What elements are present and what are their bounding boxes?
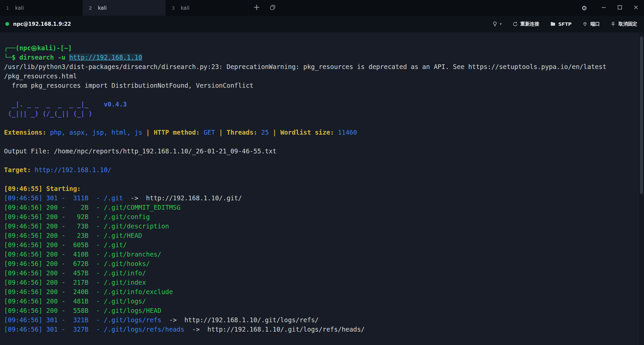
minimize-button[interactable]: [596, 0, 612, 16]
terminal-line: [4, 156, 637, 165]
terminal-line: ┌──(npc㉿kali)-[~]: [4, 43, 637, 53]
terminal-link[interactable]: http://192.168.1.10: [69, 54, 142, 61]
sftp-button[interactable]: SFTP: [550, 21, 572, 27]
terminal-text: GET: [204, 129, 215, 136]
terminal-line: /pkg_resources.html: [4, 71, 637, 81]
terminal-text: |: [215, 129, 226, 136]
terminal-text: [09:46:56] 200 - 410B - /.git/branches/: [4, 251, 161, 258]
terminal-line: Target: http://192.168.1.10/: [4, 165, 637, 175]
terminal-line: Output File: /home/npc/reports/http_192.…: [4, 146, 637, 156]
terminal-line: /usr/lib/python3/dist-packages/dirsearch…: [4, 62, 637, 71]
terminal-line: [09:46:56] 200 - 410B - /.git/branches/: [4, 250, 637, 259]
layers-icon: [270, 4, 276, 12]
terminal-line: Extensions: php, aspx, jsp, html, js | H…: [4, 128, 637, 137]
terminal-line: [09:46:56] 200 - 23B - /.git/HEAD: [4, 231, 637, 240]
terminal-text: [09:46:56] 200 - 23B - /.git/HEAD: [4, 232, 142, 239]
terminal-output: ┌──(npc㉿kali)-[~]└─$ dirsearch -u http:/…: [4, 43, 637, 334]
terminal-window: 1 kali 2 kali 3 kali +: [0, 0, 644, 345]
terminal-text: [09:46:56] 200 - 605B - /.git/: [4, 241, 127, 249]
terminal-text: from pkg_resources import DistributionNo…: [4, 82, 254, 89]
terminal-text: 25: [261, 129, 269, 136]
terminal-text: v0.4.3: [104, 100, 127, 108]
terminal-text: _|. _ _ _ _ _ _|_: [4, 100, 104, 108]
maximize-button[interactable]: [612, 0, 628, 16]
terminal-text: [09:46:56] 200 - 558B - /.git/logs/HEAD: [4, 307, 161, 314]
refresh-icon: [513, 21, 518, 27]
terminal-text: HTTP method:: [154, 129, 204, 136]
sftp-label: SFTP: [558, 21, 572, 27]
terminal-line: [09:46:56] 301 - 327B - /.git/logs/refs/…: [4, 325, 637, 334]
terminal-line: [09:46:56] 200 - 605B - /.git/: [4, 240, 637, 250]
terminal-text: Output File: /home/npc/reports/http_192.…: [4, 147, 276, 155]
folder-icon: [550, 21, 556, 27]
terminal-text: Threads:: [227, 129, 261, 136]
new-tab-button[interactable]: +: [249, 0, 265, 16]
unpin-label: 取消固定: [619, 21, 637, 27]
terminal-text: 11460: [338, 129, 357, 136]
terminal-text: [09:46:56] 200 - 73B - /.git/description: [4, 222, 169, 230]
terminal-line: [4, 175, 637, 184]
close-button[interactable]: [628, 0, 644, 16]
terminal-text: |: [269, 129, 280, 136]
pin-icon: [610, 21, 616, 27]
tab-label: kali: [15, 5, 24, 11]
terminal-text: /pkg_resources.html: [4, 72, 77, 80]
terminal-text: [09:46:56] 200 - 457B - /.git/info/: [4, 269, 146, 277]
terminal-text: http://192.168.1.10/.git/logs/refs/: [184, 316, 319, 324]
terminal-text: [09:46:56] 200 - 481B - /.git/logs/: [4, 297, 146, 305]
terminal-text: http://192.168.1.10/.git/logs/refs/heads…: [207, 326, 365, 333]
terminal-line: [09:46:56] 301 - 321B - /.git/logs/refs …: [4, 315, 637, 325]
terminal-text: [09:46:56] 200 - 2B - /.git/COMMIT_EDITM…: [4, 204, 180, 211]
tab-label: kali: [98, 5, 107, 11]
terminal-text: Extensions:: [4, 129, 50, 136]
reconnect-button[interactable]: 重新连接: [513, 21, 539, 27]
connection-status-dot: [5, 22, 9, 26]
settings-button[interactable]: ⚙: [576, 0, 592, 16]
plus-icon: +: [253, 3, 260, 12]
terminal-line: [09:46:56] 200 - 457B - /.git/info/: [4, 268, 637, 278]
tab-overview-button[interactable]: [265, 0, 281, 16]
connection-host: npc@192.168.1.9:22: [13, 21, 71, 27]
port-button[interactable]: 端口: [582, 21, 600, 27]
terminal-text: http://192.168.1.10/.git/: [146, 194, 242, 202]
terminal-line: [09:46:56] 301 - 311B - /.git -> http://…: [4, 193, 637, 203]
terminal[interactable]: ┌──(npc㉿kali)-[~]└─$ dirsearch -u http:/…: [0, 32, 644, 345]
terminal-text: [09:46:56] 200 - 240B - /.git/info/exclu…: [4, 288, 173, 295]
terminal-line: from pkg_resources import DistributionNo…: [4, 81, 637, 90]
session-toolbar: npc@192.168.1.9:22 ▾: [0, 16, 644, 32]
terminal-text: ->: [184, 326, 208, 333]
terminal-line: [09:46:56] 200 - 481B - /.git/logs/: [4, 296, 637, 306]
terminal-text: Wordlist size:: [280, 129, 338, 136]
terminal-text: http://192.168.1.10/: [35, 166, 112, 174]
connection-info: npc@192.168.1.9:22: [5, 21, 71, 27]
tab-bar: 1 kali 2 kali 3 kali +: [0, 0, 644, 16]
tab-2[interactable]: 2 kali: [83, 0, 166, 16]
port-label: 端口: [590, 21, 600, 27]
terminal-line: [4, 90, 637, 99]
terminal-text: [09:46:56] 200 - 217B - /.git/index: [4, 279, 146, 286]
terminal-text: php, aspx, jsp, html, js: [50, 129, 142, 136]
terminal-text: dirsearch -u: [19, 54, 69, 61]
tab-3[interactable]: 3 kali: [166, 0, 249, 16]
terminal-text: ~: [64, 44, 68, 52]
scrollbar[interactable]: [639, 32, 644, 345]
toolbar-actions: ▾ 重新连接 SFTP: [492, 21, 637, 27]
terminal-text: ->: [123, 194, 146, 202]
suggestions-button[interactable]: ▾: [492, 21, 502, 27]
gear-icon: ⚙: [581, 4, 587, 12]
unpin-button[interactable]: 取消固定: [610, 21, 637, 27]
terminal-text: |: [142, 129, 154, 136]
terminal-line: [09:46:56] 200 - 672B - /.git/hooks/: [4, 259, 637, 268]
reconnect-label: 重新连接: [521, 21, 539, 27]
terminal-text: [09:46:56] 200 - 672B - /.git/hooks/: [4, 260, 150, 267]
terminal-line: [4, 118, 637, 128]
terminal-text: npc㉿kali: [19, 44, 53, 52]
terminal-text: )-[: [53, 44, 64, 52]
terminal-text: ┌──(: [4, 44, 19, 52]
tab-1[interactable]: 1 kali: [0, 0, 83, 16]
terminal-text: (_||| _) (/_(_|| (_| ): [4, 110, 92, 117]
terminal-text: Target:: [4, 166, 35, 174]
scrollbar-thumb[interactable]: [640, 37, 643, 194]
terminal-text: └─$: [4, 54, 19, 61]
tab-strip: 1 kali 2 kali 3 kali +: [0, 0, 281, 16]
